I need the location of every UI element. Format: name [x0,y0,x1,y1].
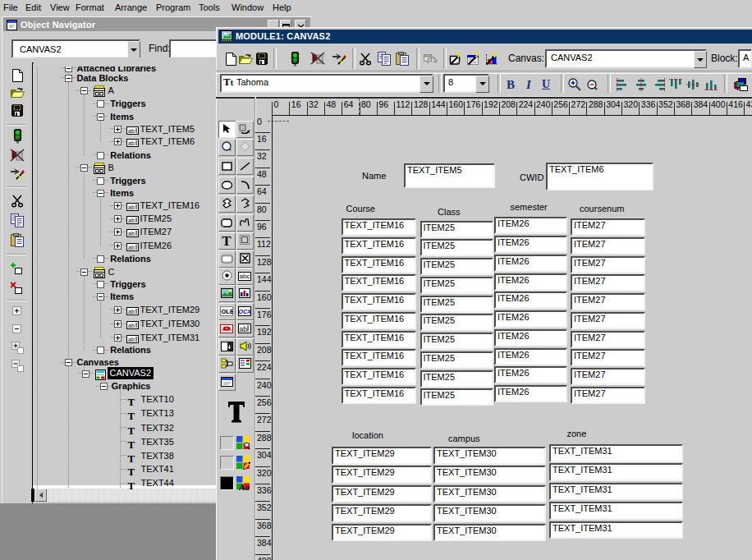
svg-text:ab: ab [128,231,135,236]
svg-text:OCX: OCX [239,308,252,314]
svg-text:ab: ab [128,140,135,146]
svg-text:ab: ab [128,127,135,133]
svg-text:ab: ab [128,244,135,250]
svg-text:abc: abc [240,273,250,280]
svg-text:ab: ab [240,324,248,333]
svg-text:Aa: Aa [238,481,250,490]
svg-text:ab: ab [128,323,135,328]
svg-text:ab: ab [128,336,135,342]
svg-text:OLE: OLE [222,308,234,315]
svg-text:ab: ab [128,308,135,314]
svg-text:ab: ab [128,218,135,223]
svg-text:ab: ab [128,204,135,210]
